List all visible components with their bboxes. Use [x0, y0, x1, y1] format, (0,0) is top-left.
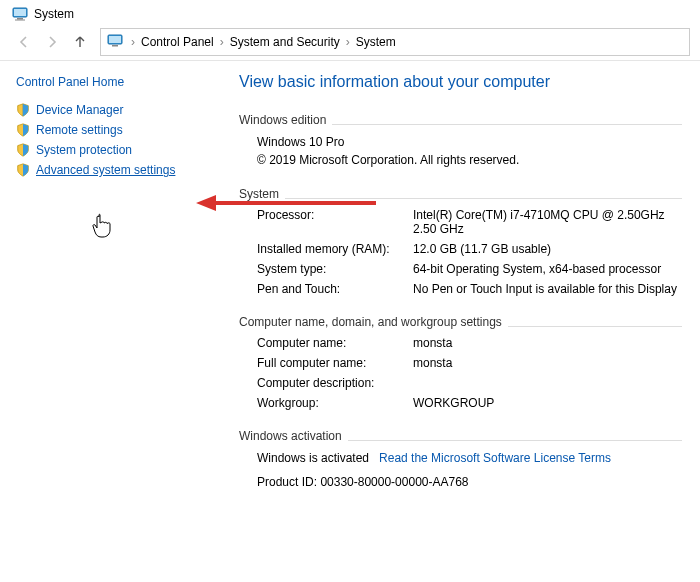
row-processor: Processor: Intel(R) Core(TM) i7-4710MQ C… — [239, 205, 682, 239]
label: Installed memory (RAM): — [257, 242, 413, 256]
row-computer-name: Computer name: monsta — [239, 333, 682, 353]
divider — [508, 326, 682, 327]
product-id-value: 00330-80000-00000-AA768 — [320, 475, 468, 489]
edition-copyright: © 2019 Microsoft Corporation. All rights… — [239, 153, 682, 167]
row-full-computer-name: Full computer name: monsta — [239, 353, 682, 373]
value: monsta — [413, 336, 682, 350]
page-title: View basic information about your comput… — [239, 73, 682, 91]
row-pen-touch: Pen and Touch: No Pen or Touch Input is … — [239, 279, 682, 299]
value: 64-bit Operating System, x64-based proce… — [413, 262, 682, 276]
edition-name: Windows 10 Pro — [239, 135, 682, 149]
window-title: System — [34, 7, 74, 21]
label: Computer name: — [257, 336, 413, 350]
value: No Pen or Touch Input is available for t… — [413, 282, 682, 296]
chevron-right-icon[interactable]: › — [216, 35, 228, 49]
row-ram: Installed memory (RAM): 12.0 GB (11.7 GB… — [239, 239, 682, 259]
up-button[interactable] — [66, 28, 94, 56]
section-computer-name: Computer name, domain, and workgroup set… — [239, 315, 502, 329]
sidebar-label: Device Manager — [36, 103, 123, 117]
titlebar: System — [0, 0, 700, 24]
product-id-line: Product ID: 00330-80000-00000-AA768 — [239, 475, 682, 489]
address-bar[interactable]: › Control Panel › System and Security › … — [100, 28, 690, 56]
label: Pen and Touch: — [257, 282, 413, 296]
back-button[interactable] — [10, 28, 38, 56]
value: monsta — [413, 356, 682, 370]
svg-rect-6 — [112, 45, 118, 47]
system-icon — [12, 6, 28, 22]
navbar: › Control Panel › System and Security › … — [0, 24, 700, 61]
chevron-right-icon[interactable]: › — [127, 35, 139, 49]
row-system-type: System type: 64-bit Operating System, x6… — [239, 259, 682, 279]
main-panel: View basic information about your comput… — [231, 61, 700, 573]
row-workgroup: Workgroup: WORKGROUP — [239, 393, 682, 413]
sidebar-item-advanced-system-settings[interactable]: Advanced system settings — [16, 163, 221, 177]
license-terms-link[interactable]: Read the Microsoft Software License Term… — [379, 451, 611, 465]
control-panel-home-link[interactable]: Control Panel Home — [16, 75, 221, 89]
section-system: System — [239, 187, 279, 201]
label: Full computer name: — [257, 356, 413, 370]
divider — [285, 198, 682, 199]
sidebar-item-remote-settings[interactable]: Remote settings — [16, 123, 221, 137]
divider — [348, 440, 682, 441]
breadcrumb-control-panel[interactable]: Control Panel — [139, 35, 216, 49]
product-id-label: Product ID: — [257, 475, 317, 489]
shield-icon — [16, 143, 30, 157]
sidebar-item-system-protection[interactable]: System protection — [16, 143, 221, 157]
svg-rect-3 — [15, 20, 25, 21]
sidebar-item-device-manager[interactable]: Device Manager — [16, 103, 221, 117]
value — [413, 376, 682, 390]
row-computer-description: Computer description: — [239, 373, 682, 393]
shield-icon — [16, 103, 30, 117]
activation-line: Windows is activated Read the Microsoft … — [239, 451, 682, 465]
value: 12.0 GB (11.7 GB usable) — [413, 242, 682, 256]
sidebar-label: System protection — [36, 143, 132, 157]
label: Computer description: — [257, 376, 413, 390]
activation-status: Windows is activated — [257, 451, 369, 465]
sidebar-label: Remote settings — [36, 123, 123, 137]
shield-icon — [16, 163, 30, 177]
section-activation: Windows activation — [239, 429, 342, 443]
label: Workgroup: — [257, 396, 413, 410]
label: System type: — [257, 262, 413, 276]
section-windows-edition: Windows edition — [239, 113, 326, 127]
svg-rect-1 — [14, 9, 26, 16]
sidebar: Control Panel Home Device Manager Remote… — [0, 61, 231, 573]
value: WORKGROUP — [413, 396, 682, 410]
svg-rect-2 — [17, 18, 23, 20]
breadcrumb-system[interactable]: System — [354, 35, 398, 49]
breadcrumb-system-security[interactable]: System and Security — [228, 35, 342, 49]
value: Intel(R) Core(TM) i7-4710MQ CPU @ 2.50GH… — [413, 208, 682, 236]
forward-button[interactable] — [38, 28, 66, 56]
label: Processor: — [257, 208, 413, 236]
svg-rect-5 — [109, 36, 121, 43]
shield-icon — [16, 123, 30, 137]
divider — [332, 124, 682, 125]
sidebar-label: Advanced system settings — [36, 163, 175, 177]
monitor-icon — [107, 33, 123, 52]
chevron-right-icon[interactable]: › — [342, 35, 354, 49]
